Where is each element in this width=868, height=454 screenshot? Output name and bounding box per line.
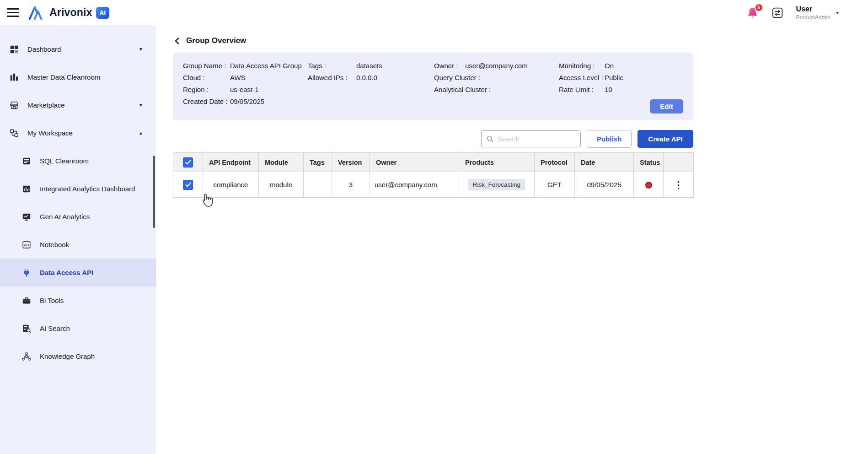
col-header-tags: Tags bbox=[304, 153, 332, 172]
table-row[interactable]: compliance module 3 user@company.com Ris… bbox=[173, 172, 694, 198]
row-checkbox[interactable] bbox=[183, 180, 193, 190]
search-icon bbox=[486, 135, 494, 143]
create-api-button[interactable]: Create API bbox=[638, 130, 693, 148]
field-label: Owner : bbox=[434, 62, 465, 70]
dashboard-icon bbox=[8, 44, 20, 54]
field-label: Rate Limit : bbox=[559, 86, 605, 93]
sidebar-item-label: Dashboard bbox=[27, 45, 61, 53]
cell-api-endpoint: compliance bbox=[203, 172, 259, 198]
top-header: Arivonix AI 5 bbox=[0, 0, 868, 25]
user-menu[interactable]: User ProductAdmin ▾ bbox=[796, 5, 839, 21]
sidebar-item-label: Data Access API bbox=[40, 269, 93, 276]
field-label: Cloud : bbox=[183, 74, 230, 81]
table-toolbar: Publish Create API bbox=[173, 130, 693, 148]
cell-version: 3 bbox=[332, 172, 370, 198]
sidebar-item-label: Marketplace bbox=[27, 101, 65, 109]
sidebar-item-marketplace[interactable]: Marketplace ▼ bbox=[0, 91, 156, 119]
api-table: API Endpoint Module Tags Version Owner P… bbox=[173, 152, 694, 198]
search-input[interactable] bbox=[498, 135, 576, 143]
code-notebook-icon: </> bbox=[21, 240, 32, 250]
sidebar: Dashboard ▼ Master Data Cleanroom Market… bbox=[0, 25, 156, 454]
edit-button[interactable]: Edit bbox=[650, 99, 683, 114]
sidebar-item-label: Master Data Cleanroom bbox=[27, 73, 100, 81]
sidebar-item-gen-ai-analytics[interactable]: Gen AI Analytics bbox=[0, 203, 156, 231]
field-label: Analytical Cluster : bbox=[434, 86, 491, 93]
switch-workspace-button[interactable] bbox=[772, 7, 783, 19]
user-role: ProductAdmin bbox=[796, 14, 830, 21]
sidebar-item-my-workspace[interactable]: My Workspace ▲ bbox=[0, 119, 156, 147]
overview-column-1: Group Name :Data Access API Group Cloud … bbox=[183, 62, 308, 120]
product-badge: Risk_Forecasting bbox=[468, 179, 525, 190]
cell-products: Risk_Forecasting bbox=[459, 172, 535, 198]
field-label: Region : bbox=[183, 86, 230, 93]
publish-button[interactable]: Publish bbox=[587, 130, 632, 148]
main-content: Group Overview Group Name :Data Access A… bbox=[156, 25, 868, 454]
col-header-date: Date bbox=[575, 153, 634, 172]
caret-down-icon[interactable]: ▼ bbox=[139, 103, 143, 108]
field-value: 10 bbox=[605, 86, 612, 93]
field-value: us-east-1 bbox=[230, 86, 259, 93]
sidebar-item-ai-search[interactable]: AI Search bbox=[0, 314, 156, 342]
field-value: Data Access API Group bbox=[230, 62, 302, 70]
graph-network-icon bbox=[21, 351, 32, 362]
field-label: Allowed IPs : bbox=[308, 74, 356, 81]
cell-module: module bbox=[259, 172, 304, 198]
brand-logo[interactable]: Arivonix AI bbox=[28, 5, 109, 20]
sidebar-item-label: AI Search bbox=[40, 324, 70, 332]
select-all-checkbox[interactable] bbox=[183, 157, 193, 168]
group-overview-card: Group Name :Data Access API Group Cloud … bbox=[173, 53, 693, 120]
sidebar-item-label: SQL Cleanroom bbox=[40, 157, 89, 165]
status-indicator bbox=[645, 182, 652, 189]
sidebar-item-sql-cleanroom[interactable]: SQL Cleanroom bbox=[0, 147, 156, 175]
caret-down-icon[interactable]: ▼ bbox=[139, 47, 143, 52]
header-actions: 5 User ProductAdmin ▾ bbox=[746, 5, 868, 21]
field-value: On bbox=[605, 62, 614, 70]
sidebar-item-label: Knowledge Graph bbox=[40, 352, 95, 360]
cell-actions: ⋮ bbox=[664, 172, 694, 198]
search-box[interactable] bbox=[481, 130, 581, 147]
sidebar-item-label: My Workspace bbox=[27, 129, 73, 137]
field-value: 09/05/2025 bbox=[230, 97, 264, 105]
col-header-protocol: Protocol bbox=[535, 153, 575, 172]
sidebar-item-master-data-cleanroom[interactable]: Master Data Cleanroom bbox=[0, 63, 156, 91]
caret-up-icon[interactable]: ▲ bbox=[139, 130, 143, 135]
user-info: User ProductAdmin bbox=[796, 5, 830, 21]
field-label: Monitoring : bbox=[559, 62, 605, 70]
sidebar-item-knowledge-graph[interactable]: Knowledge Graph bbox=[0, 342, 156, 370]
storefront-icon bbox=[8, 100, 20, 110]
sidebar-item-dashboard[interactable]: Dashboard ▼ bbox=[0, 35, 156, 63]
overview-column-2: Tags :datasets Allowed IPs :0.0.0.0 bbox=[308, 62, 434, 120]
analytics-grid-icon bbox=[21, 184, 32, 194]
notifications-button[interactable]: 5 bbox=[746, 6, 759, 19]
columns-icon bbox=[8, 72, 20, 82]
cell-date: 09/05/2025 bbox=[575, 172, 634, 198]
notification-badge: 5 bbox=[755, 3, 763, 12]
chevron-down-icon: ▾ bbox=[836, 10, 839, 16]
sql-table-icon bbox=[21, 156, 32, 166]
sidebar-item-label: Notebook bbox=[40, 241, 69, 249]
sidebar-item-notebook[interactable]: </> Notebook bbox=[0, 231, 156, 259]
hamburger-menu-button[interactable] bbox=[7, 8, 19, 17]
sidebar-item-label: Integrated Analytics Dashboard bbox=[40, 185, 135, 193]
toolbox-icon bbox=[21, 296, 32, 306]
sidebar-item-label: Gen AI Analytics bbox=[40, 213, 90, 221]
field-label: Created Date : bbox=[183, 97, 230, 105]
svg-text:</>: </> bbox=[23, 243, 30, 247]
cell-status bbox=[634, 172, 664, 198]
sidebar-item-integrated-analytics-dashboard[interactable]: Integrated Analytics Dashboard bbox=[0, 175, 156, 203]
field-label: Query Cluster : bbox=[434, 74, 480, 81]
sidebar-item-bi-tools[interactable]: Bi Tools bbox=[0, 286, 156, 314]
field-label: Access Level : bbox=[559, 74, 605, 81]
user-name: User bbox=[796, 5, 830, 13]
workspace-icon bbox=[8, 128, 20, 138]
sidebar-item-data-access-api[interactable]: Data Access API bbox=[0, 259, 156, 286]
field-value: 0.0.0.0 bbox=[356, 74, 377, 81]
field-value: user@company.com bbox=[465, 62, 528, 70]
swap-icon bbox=[772, 7, 783, 19]
back-button[interactable] bbox=[173, 37, 181, 45]
row-actions-menu[interactable]: ⋮ bbox=[674, 180, 683, 190]
col-header-module: Module bbox=[259, 153, 304, 172]
sidebar-scrollbar[interactable] bbox=[153, 156, 155, 228]
cell-protocol: GET bbox=[535, 172, 575, 198]
cell-tags bbox=[304, 172, 332, 198]
